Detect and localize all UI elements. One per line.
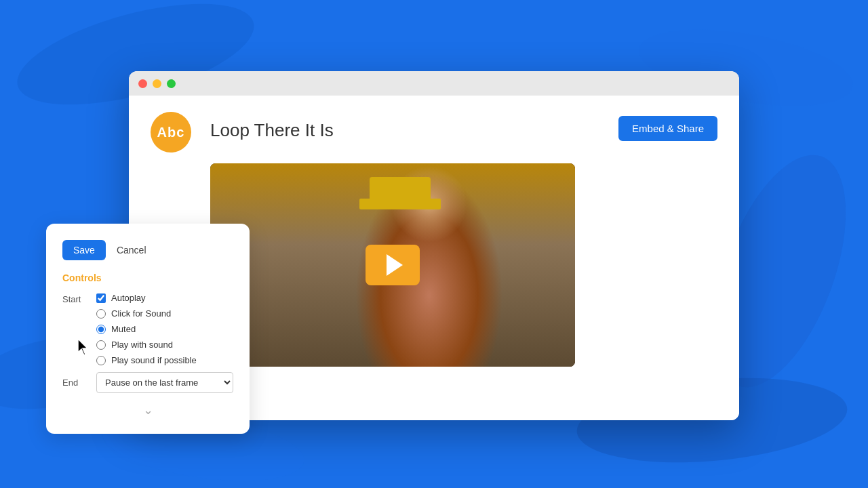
video-hat: [370, 177, 431, 204]
start-label: Start: [62, 293, 88, 304]
muted-radio[interactable]: [96, 325, 106, 334]
play-icon: [387, 254, 403, 276]
maximize-button[interactable]: [167, 79, 176, 88]
cancel-button[interactable]: Cancel: [117, 245, 146, 256]
play-with-sound-label: Play with sound: [111, 340, 173, 350]
autoplay-option: Autoplay: [96, 293, 233, 303]
minimize-button[interactable]: [153, 79, 161, 88]
video-thumbnail: [210, 163, 575, 367]
play-sound-if-possible-label: Play sound if possible: [111, 355, 197, 365]
panel-actions: Save Cancel: [62, 240, 233, 260]
end-select[interactable]: Pause on the last frame Loop Stop: [96, 372, 233, 393]
play-sound-if-possible-radio[interactable]: [96, 356, 106, 365]
muted-label: Muted: [111, 324, 136, 334]
play-button[interactable]: [366, 245, 420, 285]
start-control-row: Start Autoplay Click for Sound Muted Pla…: [62, 293, 233, 365]
start-options: Autoplay Click for Sound Muted Play with…: [96, 293, 233, 365]
click-for-sound-label: Click for Sound: [111, 308, 171, 319]
controls-panel: Save Cancel Controls Start Autoplay Clic…: [46, 224, 250, 434]
play-with-sound-option: Play with sound: [96, 340, 233, 350]
close-button[interactable]: [138, 79, 147, 88]
logo-avatar: Abc: [151, 112, 191, 152]
save-button[interactable]: Save: [62, 240, 106, 260]
autoplay-checkbox[interactable]: [96, 293, 106, 303]
page-title: Loop There It Is: [210, 120, 334, 141]
video-container: [210, 163, 575, 367]
titlebar: [129, 71, 739, 96]
end-select-wrap: Pause on the last frame Loop Stop: [96, 372, 233, 393]
play-sound-if-possible-option: Play sound if possible: [96, 355, 233, 365]
click-for-sound-radio[interactable]: [96, 309, 106, 319]
section-title: Controls: [62, 272, 233, 283]
embed-share-button[interactable]: Embed & Share: [618, 116, 717, 141]
play-with-sound-radio[interactable]: [96, 340, 106, 350]
chevron-down-icon[interactable]: ⌄: [62, 403, 233, 418]
logo-text: Abc: [157, 125, 185, 140]
end-label: End: [62, 378, 88, 388]
end-control-row: End Pause on the last frame Loop Stop: [62, 372, 233, 393]
autoplay-label: Autoplay: [111, 293, 146, 303]
muted-option: Muted: [96, 324, 233, 334]
click-for-sound-option: Click for Sound: [96, 308, 233, 319]
